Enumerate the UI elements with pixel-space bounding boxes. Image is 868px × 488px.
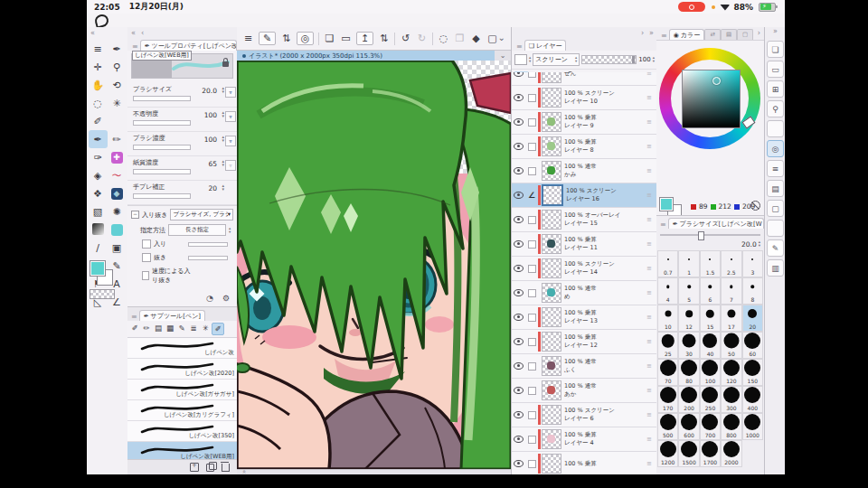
visibility-eye-icon[interactable]	[514, 314, 524, 321]
しげペン改[ガサガサ][interactable]: しげペン改[ガサガサ]	[127, 380, 237, 400]
visibility-eye-icon[interactable]	[514, 72, 524, 77]
レイヤー 13[interactable]: ∠ 100 % 乗算 レイヤー 13 ≡	[512, 305, 657, 330]
visibility-eye-icon[interactable]	[514, 240, 524, 248]
brush-size-cell[interactable]: 8	[742, 277, 763, 305]
expand-panel-icon[interactable]: ›	[641, 29, 644, 37]
dynamics-button[interactable]: ⩔	[225, 87, 236, 98]
checkbox[interactable]	[142, 253, 151, 262]
toolbar-expand-icon[interactable]: ⌄	[498, 33, 505, 42]
stepper-icon[interactable]: ▴▾	[222, 135, 224, 142]
brush-size-cell[interactable]: 30	[678, 332, 699, 359]
timeline-panel-icon[interactable]: ▭	[767, 61, 784, 78]
opacity-slider[interactable]	[581, 55, 637, 64]
layer-checkbox[interactable]	[528, 240, 536, 249]
pen-tool-icon[interactable]: ✒	[89, 130, 108, 148]
visibility-eye-icon[interactable]	[514, 118, 524, 126]
select-area-icon[interactable]: ◌	[438, 33, 449, 44]
brush-size-cell[interactable]: 0.7	[657, 250, 678, 277]
hand-tool-icon[interactable]: ✋	[89, 76, 108, 94]
line-tool-icon[interactable]: ∕	[89, 239, 108, 257]
rough-pen-icon[interactable]: ▤	[153, 323, 164, 333]
rotate-view-icon[interactable]: ⟲	[108, 76, 127, 94]
ふく[interactable]: ∠ 100 % 通常 ふく ≡	[512, 354, 657, 379]
layer-thumbnail[interactable]	[542, 283, 561, 303]
collapse-inout-icon[interactable]: −	[131, 211, 139, 219]
material-panel-icon[interactable]: ▥	[767, 259, 784, 277]
stepper-icon[interactable]: ▴▾	[222, 183, 224, 191]
layer-checkbox[interactable]	[528, 143, 536, 151]
frame-tool-icon[interactable]: ▣	[108, 239, 127, 257]
expand-all-icon[interactable]: »	[649, 29, 654, 37]
visibility-eye-icon[interactable]	[514, 167, 524, 174]
brush-size-cell[interactable]: 17	[721, 305, 741, 332]
layer-thumbnail[interactable]	[542, 258, 561, 278]
property-slider-row[interactable]: 不透明度 100 ▴▾ ⩔	[127, 108, 237, 132]
subtool-detail-panel-icon[interactable]: ✎	[767, 239, 784, 257]
visibility-eye-icon[interactable]	[514, 338, 524, 345]
transparent-color-swatch[interactable]	[90, 289, 115, 299]
brush-size-cell[interactable]: 20	[742, 305, 763, 332]
subtool-tab[interactable]: ✒ サブツール[ペン]	[139, 310, 205, 321]
layer-row[interactable]: ∠ 100 % 乗算 ≡	[512, 452, 657, 474]
dynamics-button[interactable]: ⩔	[225, 111, 236, 122]
layer-checkbox[interactable]	[528, 94, 536, 102]
tool-property-tab[interactable]: ✒ ツールプロパティ[しげペン改[WEB	[140, 40, 237, 51]
brush-size-cell[interactable]: 12	[678, 305, 699, 332]
liquify-tool-icon[interactable]: ❖	[89, 184, 108, 202]
export-icon[interactable]: ↥	[356, 32, 373, 45]
visibility-eye-icon[interactable]	[514, 265, 524, 272]
brush-size-tab[interactable]: ✒ ブラシサイズ[しげペン改[W	[668, 218, 764, 229]
visibility-eye-icon[interactable]	[514, 436, 524, 443]
brush-size-cell[interactable]: 3	[742, 250, 763, 277]
brush-size-cell[interactable]: 1000	[742, 413, 763, 440]
レイヤー 8[interactable]: ∠ 100 % 乗算 レイヤー 8 ≡	[512, 135, 657, 159]
brush-size-cell[interactable]: 500	[657, 413, 678, 440]
collapse-panel-icon[interactable]: «	[131, 29, 136, 37]
canvas-toolbar-icon[interactable]	[432, 33, 433, 45]
brush-size-cell[interactable]: 10	[657, 305, 678, 332]
color-wheel[interactable]	[656, 40, 764, 194]
layer-checkbox[interactable]	[528, 338, 536, 346]
brush-size-cell[interactable]: 1500	[678, 440, 699, 467]
visibility-eye-icon[interactable]	[514, 216, 524, 223]
canvas-toolbar-icon[interactable]	[318, 33, 319, 45]
layer-checkbox[interactable]	[528, 216, 536, 224]
layer-thumb-toggle[interactable]	[514, 54, 527, 65]
あか[interactable]: ∠ 100 % 通常 あか ≡	[512, 379, 657, 403]
layer-checkbox[interactable]	[528, 289, 536, 297]
blend-tool-icon[interactable]: 〜	[108, 166, 127, 184]
しげペン改[interactable]: しげペン改	[127, 338, 237, 359]
layer-checkbox[interactable]	[528, 411, 536, 419]
layer-thumbnail[interactable]	[542, 112, 561, 132]
layer-thumbnail[interactable]	[542, 234, 561, 254]
canvas-toolbar-icon[interactable]	[394, 33, 395, 45]
color-history-panel-icon[interactable]: ▢	[767, 200, 784, 217]
brush-size-cell[interactable]: 170	[657, 386, 678, 413]
brush-size-cell[interactable]: 700	[700, 413, 721, 440]
しげペン改[2020][interactable]: しげペン改[2020]	[127, 359, 237, 380]
brush-size-cell[interactable]: 15	[700, 305, 721, 332]
subtool-flyout-icon[interactable]: ≡	[131, 313, 137, 321]
layer-thumbnail[interactable]	[542, 380, 561, 400]
tab-list-icon[interactable]: ⌄	[495, 52, 511, 60]
figure-tool-icon[interactable]: ▧	[89, 202, 108, 221]
しげペン改[350][interactable]: しげペン改[350]	[127, 421, 237, 442]
brush-tool-icon[interactable]: ✒	[108, 40, 127, 58]
レイヤー 14[interactable]: ∠ 100 % スクリーン レイヤー 14 ≡	[512, 257, 657, 281]
palette-menu-icon[interactable]: ≡	[89, 40, 108, 58]
inout-combo[interactable]: ブラシサイズ, ブラシ濃度 ▾	[170, 209, 233, 221]
layer-thumbnail[interactable]	[542, 184, 563, 206]
layer-checkbox[interactable]	[528, 460, 536, 468]
layer-thumbnail[interactable]	[542, 210, 561, 230]
brush-size-cell[interactable]: 120	[721, 359, 741, 386]
reset-history-icon[interactable]: ◔	[206, 294, 213, 303]
expand-panel-icon[interactable]: ›	[758, 29, 760, 37]
move-tool-icon[interactable]: ✛	[89, 58, 108, 76]
eyedropper-tool-icon[interactable]: ✐	[89, 112, 108, 130]
brush-size-cell[interactable]: 250	[700, 386, 721, 413]
dock-icon[interactable]	[767, 120, 784, 137]
dock-icon[interactable]	[767, 220, 784, 237]
color-set-panel-icon[interactable]: ▤	[767, 180, 784, 197]
レイヤー 11[interactable]: ∠ 100 % 乗算 レイヤー 11 ≡	[512, 232, 657, 257]
brush-size-cell[interactable]: 1200	[657, 440, 678, 467]
